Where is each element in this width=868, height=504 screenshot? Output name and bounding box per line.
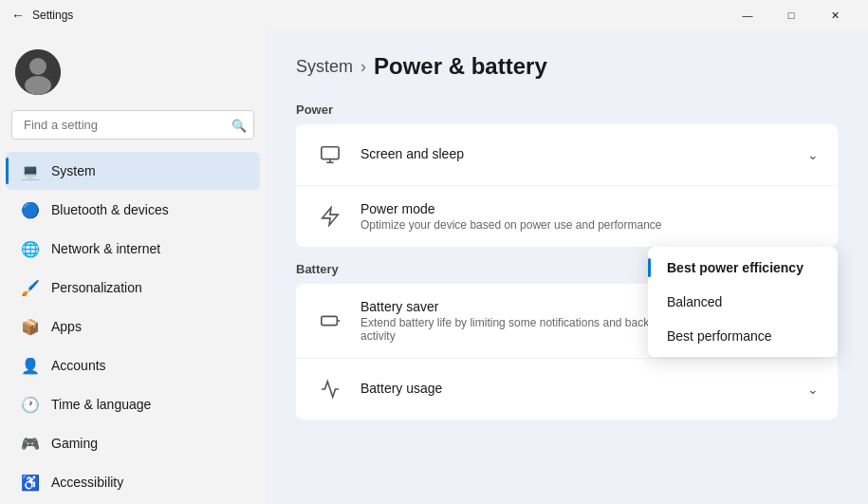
nav-icon-apps: 📦 — [21, 317, 40, 336]
title-bar-left: ← Settings — [11, 8, 718, 23]
sidebar-item-accounts[interactable]: 👤 Accounts — [6, 346, 260, 384]
title-bar: ← Settings — □ ✕ — [0, 0, 868, 30]
title-bar-title: Settings — [32, 9, 73, 22]
content-area: System › Power & battery Power Screen an… — [266, 30, 868, 504]
nav-label-bluetooth: Bluetooth & devices — [51, 202, 169, 217]
dropdown-option-wrap: Best power efficiency — [648, 251, 838, 285]
settings-row-screen-sleep[interactable]: Screen and sleep ⌄ — [296, 124, 838, 186]
app-body: 🔍 💻 System 🔵 Bluetooth & devices 🌐 Netwo… — [0, 30, 868, 504]
nav-icon-accessibility: ♿ — [21, 473, 40, 492]
section-label-0: Power — [296, 103, 838, 117]
nav-icon-personalization: 🖌️ — [21, 278, 40, 297]
sidebar-item-time[interactable]: 🕐 Time & language — [6, 385, 260, 423]
nav-icon-gaming: 🎮 — [21, 434, 40, 453]
sidebar-item-bluetooth[interactable]: 🔵 Bluetooth & devices — [6, 191, 260, 229]
back-icon[interactable]: ← — [11, 8, 25, 23]
avatar — [15, 49, 61, 95]
sidebar-item-apps[interactable]: 📦 Apps — [6, 308, 260, 345]
dropdown-option-balanced[interactable]: Balanced — [648, 285, 838, 319]
row-title-power-mode: Power mode — [360, 201, 803, 216]
title-bar-controls: — □ ✕ — [726, 0, 857, 30]
nav-icon-time: 🕐 — [21, 395, 40, 414]
nav-label-personalization: Personalization — [51, 280, 142, 295]
dropdown-power-mode: Best power efficiencyBalancedBest perfor… — [648, 247, 838, 357]
nav-label-gaming: Gaming — [51, 436, 98, 451]
svg-point-2 — [25, 76, 51, 95]
svg-rect-3 — [322, 147, 339, 159]
close-button[interactable]: ✕ — [813, 0, 857, 30]
row-desc-power-mode: Optimize your device based on power use … — [360, 218, 803, 232]
row-text-screen-sleep: Screen and sleep — [360, 146, 792, 163]
sidebar: 🔍 💻 System 🔵 Bluetooth & devices 🌐 Netwo… — [0, 30, 266, 504]
sidebar-item-gaming[interactable]: 🎮 Gaming — [6, 424, 260, 462]
section-0: Power Screen and sleep ⌄ Power mode Opti… — [296, 103, 838, 247]
search-icon: 🔍 — [231, 118, 247, 132]
breadcrumb-parent: System — [296, 57, 353, 77]
nav-icon-system: 💻 — [21, 161, 40, 180]
sidebar-item-system[interactable]: 💻 System — [6, 152, 260, 190]
minimize-button[interactable]: — — [726, 0, 769, 30]
settings-row-power-mode[interactable]: Power mode Optimize your device based on… — [296, 186, 838, 247]
search-box: 🔍 — [11, 110, 254, 140]
settings-row-battery-usage[interactable]: Battery usage ⌄ — [296, 359, 838, 420]
breadcrumb-separator: › — [360, 57, 366, 77]
nav-label-system: System — [51, 163, 96, 178]
nav-label-apps: Apps — [51, 319, 82, 334]
row-title-screen-sleep: Screen and sleep — [360, 146, 792, 161]
search-input[interactable] — [11, 110, 254, 140]
row-icon-battery-usage — [315, 374, 345, 404]
nav-icon-bluetooth: 🔵 — [21, 200, 40, 219]
maximize-button[interactable]: □ — [769, 0, 813, 30]
dropdown-option-best-performance[interactable]: Best performance — [648, 319, 838, 353]
nav-list: 💻 System 🔵 Bluetooth & devices 🌐 Network… — [0, 151, 266, 502]
sections-container: Power Screen and sleep ⌄ Power mode Opti… — [296, 103, 838, 420]
sidebar-item-network[interactable]: 🌐 Network & internet — [6, 230, 260, 268]
user-section — [0, 38, 266, 110]
row-right-battery-usage: ⌄ — [807, 382, 819, 397]
row-title-battery-usage: Battery usage — [360, 381, 792, 396]
nav-label-time: Time & language — [51, 397, 151, 412]
dropdown-option-best-power-efficiency[interactable]: Best power efficiency — [648, 251, 838, 285]
chevron-icon-battery-usage[interactable]: ⌄ — [807, 382, 819, 397]
chevron-icon-screen-sleep[interactable]: ⌄ — [807, 147, 819, 162]
nav-label-accounts: Accounts — [51, 358, 106, 373]
row-text-battery-usage: Battery usage — [360, 381, 792, 398]
row-icon-screen-sleep — [315, 140, 345, 170]
sidebar-item-accessibility[interactable]: ♿ Accessibility — [6, 463, 260, 501]
svg-rect-6 — [322, 316, 338, 325]
breadcrumb-current: Power & battery — [374, 53, 547, 80]
nav-label-accessibility: Accessibility — [51, 475, 123, 490]
row-icon-battery-saver — [315, 306, 345, 336]
row-text-power-mode: Power mode Optimize your device based on… — [360, 201, 803, 232]
row-right-screen-sleep: ⌄ — [807, 147, 819, 162]
sidebar-item-personalization[interactable]: 🖌️ Personalization — [6, 269, 260, 307]
breadcrumb: System › Power & battery — [296, 53, 838, 80]
svg-point-1 — [29, 58, 46, 75]
settings-card-0: Screen and sleep ⌄ Power mode Optimize y… — [296, 124, 838, 247]
row-icon-power-mode — [315, 201, 345, 232]
nav-icon-network: 🌐 — [21, 239, 40, 258]
nav-icon-accounts: 👤 — [21, 356, 40, 375]
dropdown-option-wrap: Best performance — [648, 319, 838, 353]
nav-label-network: Network & internet — [51, 241, 160, 256]
dropdown-option-wrap: Balanced — [648, 285, 838, 319]
